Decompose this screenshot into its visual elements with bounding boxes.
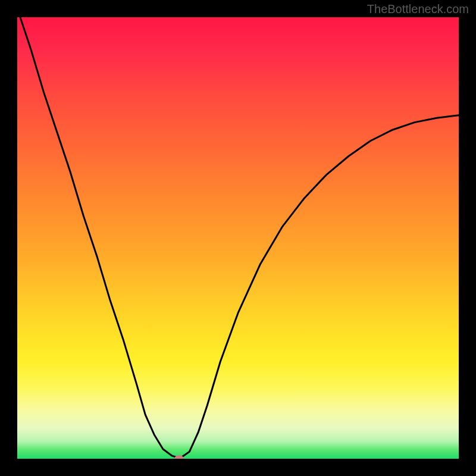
optimal-point-marker bbox=[174, 455, 184, 459]
bottleneck-curve bbox=[17, 17, 459, 459]
chart-plot-area bbox=[17, 17, 459, 459]
watermark-text: TheBottleneck.com bbox=[367, 2, 469, 16]
